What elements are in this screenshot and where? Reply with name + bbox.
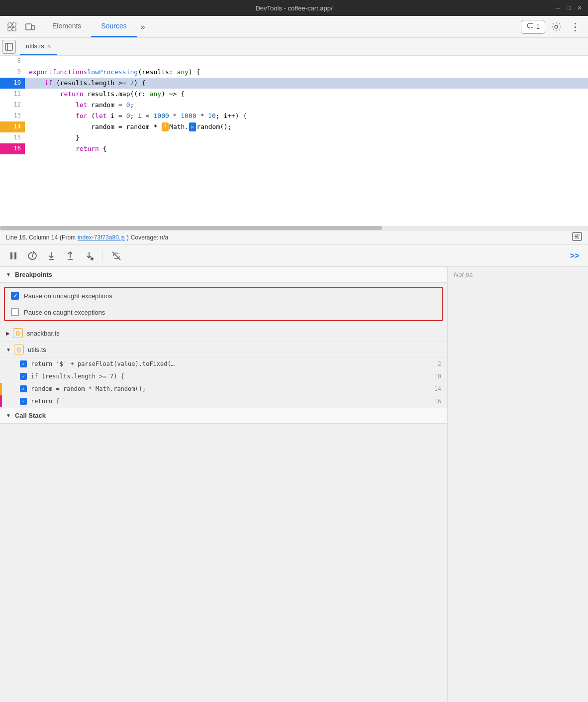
svg-rect-1	[12, 23, 16, 26]
svg-rect-4	[26, 24, 31, 30]
more-panels-button[interactable]: >>	[567, 248, 582, 263]
code-editor[interactable]: 8 9 export function slowProcessing(resul…	[0, 56, 588, 226]
device-toggle-icon[interactable]	[22, 19, 38, 35]
svg-rect-5	[32, 25, 34, 30]
nav-right: 🗨 1 ⋮	[516, 16, 588, 37]
step-into-button[interactable]	[44, 248, 59, 263]
deactivate-breakpoints-button[interactable]	[109, 248, 124, 263]
bp-filename-snackbar: snackbar.ts	[27, 330, 60, 337]
bp-line-2[interactable]: ✓ return '$' + parseFloat(value).toFixed…	[0, 358, 447, 370]
file-icon-utils: {}	[14, 345, 24, 354]
coverage-text: Coverage: n/a	[131, 234, 168, 241]
code-content-14: random = random * ?Math.▷random();	[25, 121, 588, 132]
pause-uncaught-row[interactable]: ✓ Pause on uncaught exceptions	[5, 288, 442, 304]
bp-code-16: return {	[31, 398, 60, 405]
file-tab-utils[interactable]: utils.ts ×	[20, 38, 57, 55]
code-content-15: }	[25, 132, 588, 143]
bp-file-snackbar[interactable]: ▶ {} snackbar.ts	[0, 325, 447, 342]
right-panel-text: Not pa	[454, 271, 473, 278]
code-content-16: return {	[25, 143, 588, 154]
minimize-button[interactable]: ─	[554, 4, 561, 11]
pause-uncaught-checkbox[interactable]: ✓	[11, 292, 19, 300]
svg-rect-13	[10, 252, 12, 259]
left-panel: ▼ Breakpoints ✓ Pause on uncaught except…	[0, 267, 448, 702]
more-tabs-icon[interactable]: »	[137, 16, 149, 37]
code-line-11: 11 return results.map((r: any) => {	[0, 89, 588, 100]
code-content-9: export function slowProcessing(results: …	[25, 67, 588, 78]
svg-point-6	[555, 25, 558, 28]
check-icon: ✓	[13, 293, 17, 299]
breakpoints-chevron: ▼	[6, 272, 11, 277]
svg-rect-7	[5, 43, 12, 50]
menu-icon[interactable]: ⋮	[567, 19, 583, 35]
svg-rect-14	[14, 252, 16, 259]
line-num-14: 14	[0, 121, 25, 132]
from-close-text: )	[127, 234, 129, 241]
callstack-section-header[interactable]: ▼ Call Stack	[0, 408, 447, 424]
continue-to-here-button[interactable]	[82, 248, 97, 263]
settings-icon[interactable]	[548, 19, 564, 35]
code-line-16: 16 return {	[0, 143, 588, 154]
status-bar: Line 16, Column 14 (From index-73f73a80.…	[0, 230, 588, 245]
code-line-10: 10 if (results.length >= 7) {	[0, 78, 588, 89]
main-panels: ▼ Breakpoints ✓ Pause on uncaught except…	[0, 267, 588, 702]
horizontal-scrollbar[interactable]	[0, 226, 588, 230]
bp-line-14[interactable]: ✓ random = random * Math.random(); 14	[0, 383, 447, 395]
bp-linenum-14: 14	[434, 385, 441, 392]
pause-caught-checkbox[interactable]	[11, 308, 19, 316]
bp-checkbox-16[interactable]: ✓	[20, 398, 27, 405]
console-badge-button[interactable]: 🗨 1	[521, 20, 545, 34]
format-icon[interactable]	[572, 232, 582, 243]
bp-code-14: random = random * Math.random();	[31, 385, 146, 392]
title-text: DevTools - coffee-cart.app/	[255, 4, 332, 12]
breakpoints-section-header[interactable]: ▼ Breakpoints	[0, 267, 447, 283]
tab-sources[interactable]: Sources	[91, 16, 136, 37]
code-line-12: 12 let random = 0;	[0, 100, 588, 111]
code-line-8: 8	[0, 56, 588, 67]
code-line-15: 15 }	[0, 132, 588, 143]
bp-line-16[interactable]: ✓ return { 16	[0, 395, 447, 408]
line-num-13: 13	[0, 111, 25, 121]
bp-checkbox-14[interactable]: ✓	[20, 385, 27, 392]
code-content-8	[25, 56, 588, 67]
step-out-button[interactable]	[63, 248, 78, 263]
maximize-button[interactable]: □	[565, 4, 572, 11]
toolbar-right: >>	[567, 248, 582, 263]
line-num-12: 12	[0, 100, 25, 111]
scroll-thumb	[0, 226, 382, 230]
code-line-9: 9 export function slowProcessing(results…	[0, 67, 588, 78]
step-over-button[interactable]	[25, 248, 40, 263]
code-content-11: return results.map((r: any) => {	[25, 89, 588, 100]
code-content-13: for (let i = 0; i < 1000 * 1000 * 10; i+…	[25, 111, 588, 121]
bp-checkbox-10[interactable]: ✓	[20, 373, 27, 380]
pause-caught-label: Pause on caught exceptions	[24, 309, 105, 316]
line-num-16: 16	[0, 143, 25, 154]
inspect-icon[interactable]	[4, 19, 20, 35]
expand-icon-utils: ▼	[6, 347, 11, 352]
tab-elements[interactable]: Elements	[42, 16, 91, 37]
source-file-link[interactable]: index-73f73a80.js	[78, 234, 125, 241]
pause-resume-button[interactable]	[6, 248, 21, 263]
svg-point-21	[91, 257, 94, 260]
file-tab-close-icon[interactable]: ×	[47, 43, 51, 50]
callstack-chevron: ▼	[6, 413, 11, 418]
code-editor-area: 8 9 export function slowProcessing(resul…	[0, 56, 588, 230]
console-icon: 🗨	[526, 22, 534, 31]
file-tab-bar: utils.ts ×	[0, 38, 588, 56]
panel-toggle-button[interactable]	[2, 40, 16, 54]
bp-checkbox-2[interactable]: ✓	[20, 360, 27, 367]
pause-uncaught-label: Pause on uncaught exceptions	[24, 292, 112, 300]
bp-line-10[interactable]: ✓ if (results.length >= 7) { 10	[0, 370, 447, 383]
window-controls: ─ □ ✕	[554, 4, 583, 11]
bp-file-utils[interactable]: ▼ {} utils.ts	[0, 342, 447, 358]
from-text: (From	[60, 234, 76, 241]
bp-linenum-2: 2	[438, 360, 441, 367]
close-button[interactable]: ✕	[576, 4, 583, 11]
top-nav: Elements Sources » 🗨 1 ⋮	[0, 16, 588, 38]
pause-caught-row[interactable]: Pause on caught exceptions	[5, 304, 442, 320]
line-num-15: 15	[0, 132, 25, 143]
toolbar-divider	[102, 250, 103, 262]
svg-rect-0	[8, 23, 11, 26]
bp-code-10: if (results.length >= 7) {	[31, 373, 124, 380]
code-content-10: if (results.length >= 7) {	[25, 78, 588, 89]
